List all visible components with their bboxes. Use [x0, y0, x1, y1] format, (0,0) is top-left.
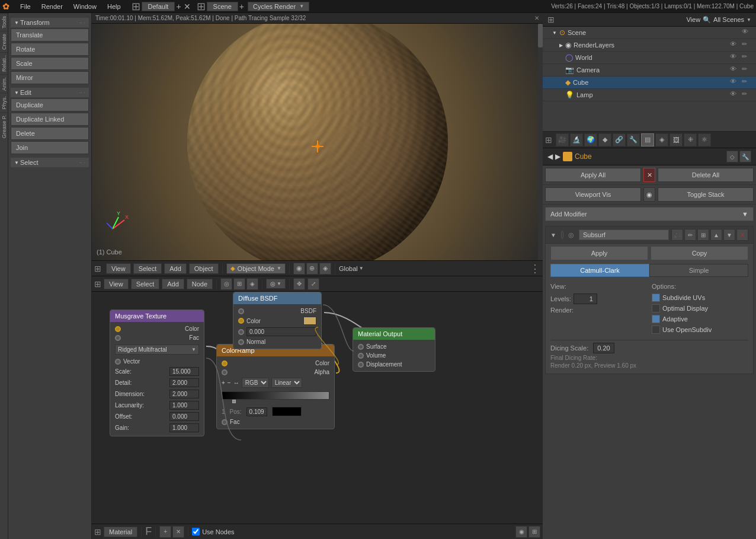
object-menu-btn[interactable]: Object: [189, 263, 219, 274]
delete-all-btn[interactable]: Delete All: [658, 168, 754, 182]
optimal-display-checkbox[interactable]: [652, 304, 660, 312]
subsurf-cage-icon[interactable]: ⊞: [697, 229, 709, 241]
mode-selector[interactable]: ◆ Object Mode ▼: [226, 263, 286, 274]
cr-remove-btn[interactable]: −: [228, 379, 231, 386]
node-pin-icon[interactable]: F: [145, 525, 152, 538]
node-select-btn[interactable]: Select: [131, 279, 160, 289]
viewport-icon-2[interactable]: ⊕: [306, 263, 318, 275]
outliner-grid-icon[interactable]: ⊞: [547, 15, 555, 24]
sidebar-tab-tools[interactable]: Tools: [0, 13, 8, 31]
prop-icon-material[interactable]: ◈: [655, 133, 668, 146]
prop-icon-render[interactable]: 🎥: [556, 133, 569, 146]
adaptive-checkbox[interactable]: [652, 315, 660, 323]
cube-edit-btn[interactable]: ✏: [742, 78, 751, 87]
3d-viewport[interactable]: X Y (1) Cube: [92, 24, 543, 260]
dicing-scale-value[interactable]: 0.20: [593, 343, 614, 353]
cr-interpolation-select[interactable]: Linear: [271, 378, 302, 388]
pivot-selector[interactable]: Global ▼: [339, 265, 364, 272]
add-menu-btn[interactable]: Add: [164, 263, 187, 274]
viewport-grid-icon[interactable]: ⊞: [94, 264, 101, 273]
object-header-icon-2[interactable]: 🔧: [739, 151, 751, 162]
musgrave-dimension-value[interactable]: 2.000: [169, 390, 199, 398]
colorramp-pos-value[interactable]: 0.109: [246, 407, 267, 416]
outliner-item-world[interactable]: ▶ ◯ World 👁 ✏: [543, 52, 756, 64]
props-nav-left[interactable]: ◀: [547, 152, 553, 161]
viewport-extra-icon[interactable]: ⋮: [530, 262, 540, 275]
diffuse-bsdf-node[interactable]: Diffuse BSDF BSDF Color: [233, 292, 322, 349]
cr-flip-btn[interactable]: ↔: [233, 379, 239, 386]
node-canvas[interactable]: Musgrave Texture Color Fac R: [92, 292, 543, 524]
prop-icon-object[interactable]: ◆: [598, 133, 611, 146]
musgrave-detail-value[interactable]: 2.000: [169, 378, 199, 387]
engine-selector[interactable]: Cycles Render ▼: [248, 2, 309, 11]
select-section-header[interactable]: ▼ Select ·· ·: [11, 158, 89, 167]
delete-all-x-btn[interactable]: ✕: [643, 168, 655, 182]
use-nodes-toggle[interactable]: Use Nodes: [192, 528, 234, 535]
diffuse-bsdf-out-socket[interactable]: [238, 308, 244, 314]
subsurf-toggle-btn[interactable]: [561, 231, 563, 239]
musgrave-scale-value[interactable]: 15.000: [169, 367, 199, 376]
props-grid-icon[interactable]: ⊞: [545, 135, 552, 145]
renderlayers-vis-btn[interactable]: 👁: [730, 40, 739, 50]
subsurf-expand-icon-3[interactable]: ▼: [723, 229, 735, 241]
sidebar-tab-physics[interactable]: Phys.: [0, 93, 8, 112]
prop-icon-texture[interactable]: 🖼: [669, 133, 683, 146]
world-vis-btn[interactable]: 👁: [730, 53, 739, 62]
subsurf-expand-icon[interactable]: ▼: [550, 232, 556, 238]
output-surface-socket[interactable]: [358, 344, 364, 350]
delete-button[interactable]: Delete: [11, 127, 89, 140]
outliner-item-renderlayers[interactable]: ▶ ◉ RenderLayers 👁 ✏: [543, 39, 756, 52]
edit-section-header[interactable]: ▼ Edit ·· ·: [11, 88, 89, 97]
output-volume-socket[interactable]: [358, 353, 364, 359]
object-header-icon-1[interactable]: ◇: [726, 151, 738, 162]
subsurf-name-field[interactable]: [579, 229, 669, 240]
duplicate-linked-button[interactable]: Duplicate Linked: [11, 113, 89, 126]
copy-btn[interactable]: Copy: [651, 246, 748, 260]
world-edit-btn[interactable]: ✏: [742, 53, 751, 62]
menu-window[interactable]: Window: [69, 2, 101, 11]
sidebar-tab-create[interactable]: Create: [0, 31, 8, 52]
node-transform-icon-2[interactable]: ⤢: [307, 278, 319, 290]
node-zoom-selector[interactable]: ◎ ▼: [266, 279, 286, 289]
diffuse-roughness-value[interactable]: 0.000: [246, 327, 316, 336]
musgrave-vector-socket[interactable]: [115, 359, 121, 365]
musgrave-texture-node[interactable]: Musgrave Texture Color Fac R: [110, 310, 204, 436]
close-workspace-btn[interactable]: ✕: [184, 2, 191, 11]
sidebar-tab-animation[interactable]: Anim.: [0, 74, 8, 93]
diffuse-color-swatch[interactable]: [303, 317, 316, 325]
sidebar-tab-relations[interactable]: Relati..: [0, 52, 8, 74]
colorramp-node[interactable]: ColorRamp Color Alpha +: [216, 344, 335, 429]
musgrave-offset-value[interactable]: 0.000: [169, 412, 199, 421]
workspace-tab[interactable]: Default: [142, 2, 175, 11]
node-transform-icon-1[interactable]: ✥: [293, 278, 305, 290]
use-nodes-checkbox[interactable]: [192, 528, 200, 535]
subdivide-uvs-checkbox[interactable]: [652, 294, 660, 302]
translate-button[interactable]: Translate: [11, 28, 89, 42]
outliner-item-lamp[interactable]: ▶ 💡 Lamp 👁 ✏: [543, 89, 756, 101]
join-button[interactable]: Join: [11, 141, 89, 154]
prop-icon-world[interactable]: 🌍: [584, 133, 597, 146]
lamp-edit-btn[interactable]: ✏: [742, 90, 751, 100]
apply-all-btn[interactable]: Apply All: [545, 168, 641, 182]
musgrave-fac-socket[interactable]: [115, 335, 121, 341]
node-view-btn[interactable]: View: [104, 279, 129, 289]
prop-icon-constraints[interactable]: 🔗: [613, 133, 626, 146]
node-editor-bottom-icon[interactable]: ⊞: [94, 527, 101, 537]
viewport-toggle-btn[interactable]: ✕: [534, 15, 539, 21]
lamp-vis-btn[interactable]: 👁: [730, 90, 739, 100]
outliner-scene-label[interactable]: All Scenes: [713, 16, 744, 23]
viewport-vis-icon[interactable]: ◉: [643, 187, 655, 202]
viewport-vis-btn[interactable]: Viewport Vis: [545, 187, 641, 202]
add-scene-btn[interactable]: +: [239, 2, 244, 11]
material-output-node[interactable]: Material Output Surface Volume: [353, 327, 435, 372]
outliner-item-cube[interactable]: ▶ ◆ Cube 👁 ✏: [543, 76, 756, 89]
camera-edit-btn[interactable]: ✏: [742, 65, 751, 75]
outliner-search-btn[interactable]: 🔍: [703, 16, 711, 24]
outliner-item-scene[interactable]: ▼ ⊙ Scene 👁: [543, 27, 756, 39]
menu-file[interactable]: File: [15, 2, 36, 11]
outliner-view-menu[interactable]: View: [686, 16, 700, 23]
cr-mode-select[interactable]: RGB: [242, 378, 269, 388]
transform-section-header[interactable]: ▼ Transform ·· ·: [11, 18, 89, 27]
node-bottom-right-icon-1[interactable]: ◉: [515, 526, 527, 538]
material-mode-btn[interactable]: Material: [104, 527, 137, 537]
